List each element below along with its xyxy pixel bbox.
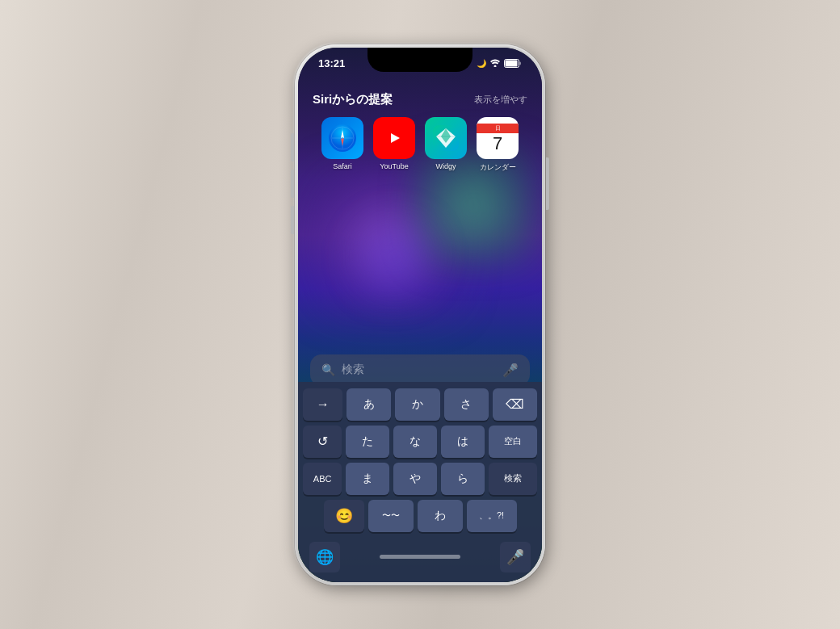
svg-rect-2 bbox=[506, 60, 518, 66]
key-ta[interactable]: た bbox=[346, 426, 389, 458]
search-icon: 🔍 bbox=[321, 363, 335, 376]
keyboard-row-3: ABC ま や ら 検索 bbox=[303, 463, 537, 495]
svg-point-0 bbox=[494, 65, 497, 68]
siri-header: Siriからの提案 表示を増やす bbox=[313, 92, 527, 107]
key-ra[interactable]: ら bbox=[441, 463, 485, 495]
widgy-icon bbox=[425, 117, 467, 159]
key-na[interactable]: な bbox=[393, 426, 437, 458]
key-emoji[interactable]: 😊 bbox=[324, 500, 364, 532]
app-icon-safari[interactable]: Safari bbox=[318, 117, 367, 173]
mic-icon-search[interactable]: 🎤 bbox=[502, 363, 519, 378]
app-icon-youtube[interactable]: YouTube bbox=[370, 117, 418, 173]
key-ma[interactable]: ま bbox=[346, 463, 389, 495]
key-abc[interactable]: ABC bbox=[303, 463, 342, 495]
home-indicator bbox=[380, 555, 460, 559]
mic-button[interactable]: 🎤 bbox=[500, 542, 531, 572]
key-ka[interactable]: か bbox=[395, 388, 439, 421]
calendar-day-label: 日 bbox=[477, 124, 519, 133]
key-wa[interactable]: わ bbox=[418, 500, 463, 532]
keyboard-row-1: → あ か さ ⌫ bbox=[303, 388, 537, 421]
youtube-icon bbox=[373, 117, 415, 159]
key-punctuation[interactable]: 、。?! bbox=[467, 500, 517, 532]
app-icons-row: Safari YouTube bbox=[313, 117, 527, 173]
safari-icon bbox=[321, 117, 363, 159]
safari-label: Safari bbox=[333, 162, 352, 170]
keyboard-row-4: 😊 〜〜 わ 、。?! bbox=[303, 500, 537, 532]
key-delete[interactable]: ⌫ bbox=[493, 388, 537, 421]
key-a[interactable]: あ bbox=[346, 388, 391, 421]
phone-screen: 13:21 🌙 bbox=[298, 48, 542, 582]
youtube-label: YouTube bbox=[380, 162, 408, 170]
keyboard-bottom-row: 🌐 🎤 bbox=[303, 537, 537, 579]
widgy-label: Widgy bbox=[435, 162, 456, 170]
calendar-date-num: 7 bbox=[493, 135, 502, 153]
status-time: 13:21 bbox=[318, 57, 345, 69]
key-sa[interactable]: さ bbox=[444, 388, 489, 421]
battery-icon bbox=[504, 59, 522, 68]
calendar-icon: 日 7 bbox=[477, 117, 519, 159]
siri-more-button[interactable]: 表示を増やす bbox=[474, 94, 527, 106]
key-arrow-right[interactable]: → bbox=[303, 388, 342, 421]
keyboard: → あ か さ ⌫ ↺ た な は 空白 ABC ま bbox=[298, 382, 542, 582]
phone-wrapper: 13:21 🌙 bbox=[295, 44, 545, 585]
siri-title: Siriからの提案 bbox=[313, 92, 393, 107]
siri-suggestions-section: Siriからの提案 表示を増やす bbox=[298, 84, 542, 181]
wifi-icon bbox=[489, 59, 501, 67]
globe-button[interactable]: 🌐 bbox=[309, 542, 340, 572]
calendar-label: カレンダー bbox=[480, 162, 516, 173]
key-space[interactable]: 空白 bbox=[489, 426, 537, 458]
key-undo[interactable]: ↺ bbox=[303, 426, 342, 458]
wallpaper-blob-blue bbox=[346, 209, 443, 306]
moon-icon: 🌙 bbox=[477, 59, 486, 68]
keyboard-row-2: ↺ た な は 空白 bbox=[303, 426, 537, 458]
app-icon-widgy[interactable]: Widgy bbox=[422, 117, 470, 173]
search-placeholder: 検索 bbox=[342, 363, 496, 377]
key-wave[interactable]: 〜〜 bbox=[368, 500, 414, 532]
status-icons: 🌙 bbox=[477, 59, 522, 68]
key-search-enter[interactable]: 検索 bbox=[489, 463, 537, 495]
app-icon-calendar[interactable]: 日 7 カレンダー bbox=[473, 117, 522, 173]
key-ha[interactable]: は bbox=[441, 426, 485, 458]
key-ya[interactable]: や bbox=[393, 463, 437, 495]
phone-outer: 13:21 🌙 bbox=[295, 44, 545, 585]
notch bbox=[368, 48, 472, 72]
